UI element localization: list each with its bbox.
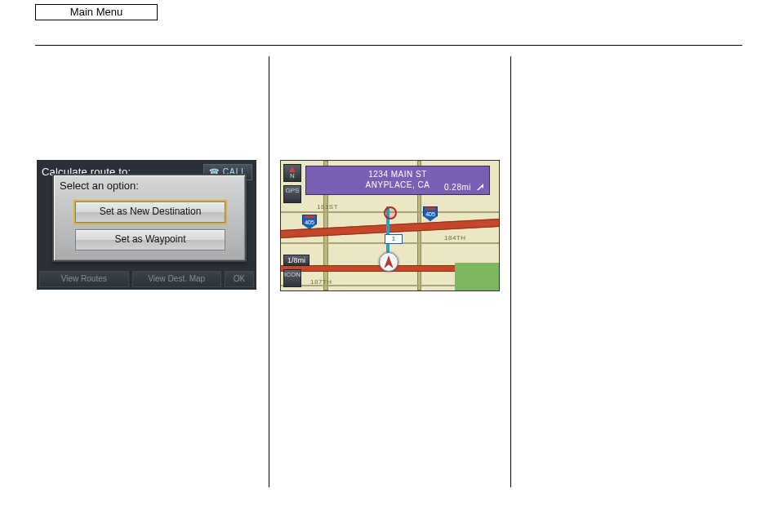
column-divider <box>510 56 511 487</box>
street-label: 184TH <box>444 234 466 242</box>
icon-button[interactable]: ICON <box>283 269 301 287</box>
north-arrow-icon <box>289 166 296 172</box>
nav-dialog-screenshot: Calculate route to: ☎ CALL View Routes V… <box>37 160 256 290</box>
main-menu-tab: Main Menu <box>35 4 158 20</box>
hwy-shield-icon: 405 <box>302 215 317 229</box>
select-option-dialog: Select an option: Set as New Destination… <box>52 174 247 262</box>
gps-label: GPS <box>286 187 300 194</box>
dialog-title: Select an option: <box>60 180 139 192</box>
view-dest-map-button[interactable]: View Dest. Map <box>132 271 222 287</box>
ok-button[interactable]: OK <box>225 271 254 287</box>
map-scale-badge: 1/8mi <box>283 255 309 266</box>
set-waypoint-button[interactable]: Set as Waypoint <box>75 229 225 250</box>
horizontal-rule <box>35 45 742 46</box>
hwy-shield-icon: 405 <box>423 206 438 221</box>
destination-address-line1: 1234 MAIN ST <box>306 169 489 180</box>
vehicle-position-icon <box>379 252 398 272</box>
street-label: 187TH <box>310 278 332 286</box>
route-number-label: 1 <box>385 234 403 244</box>
gps-button[interactable]: GPS <box>283 185 301 203</box>
destination-panel: 1234 MAIN ST ANYPLACE, CA 0.28mi <box>305 166 490 195</box>
destination-distance: 0.28mi <box>444 182 471 193</box>
direction-arrow-icon <box>474 181 486 193</box>
icon-button-label: ICON <box>284 271 300 278</box>
set-new-destination-button[interactable]: Set as New Destination <box>75 202 225 223</box>
svg-marker-1 <box>477 184 483 190</box>
map-green-area <box>455 263 499 290</box>
nav-map-screenshot: 1 405 405 181ST 184TH 187TH N GPS 1/8mi … <box>280 160 500 291</box>
bottom-button-row: View Routes View Dest. Map OK <box>39 271 254 287</box>
column-divider <box>269 56 269 487</box>
destination-marker-icon <box>384 206 397 219</box>
compass-label: N <box>290 172 295 180</box>
svg-marker-0 <box>385 256 393 268</box>
street-label: 181ST <box>317 203 338 211</box>
view-routes-button[interactable]: View Routes <box>39 271 129 287</box>
compass-button[interactable]: N <box>283 164 301 182</box>
